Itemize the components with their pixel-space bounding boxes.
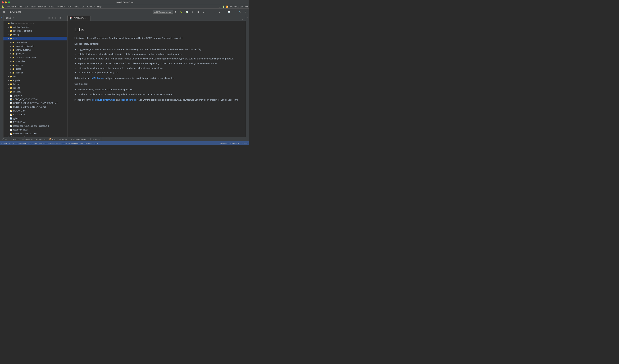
tab-python-packages[interactable]: 📦 Python Packages: [47, 137, 69, 141]
menu-file[interactable]: File: [17, 5, 23, 8]
tree-item-data[interactable]: ▼ 📁 data: [3, 37, 67, 40]
stop-button[interactable]: ⏹: [196, 10, 200, 13]
tree-item-usage[interactable]: ▶ 📁 usage: [3, 67, 67, 71]
tree-item-customized-imports[interactable]: ▶ 📁 customized_imports: [3, 44, 67, 48]
menu-view[interactable]: View: [29, 5, 37, 8]
close-button[interactable]: [2, 1, 4, 3]
settings-button[interactable]: ⚙: [243, 10, 248, 13]
menu-pycharm[interactable]: PyCharm: [6, 5, 17, 8]
tree-item-unittests[interactable]: ▶ 📁 unittests: [3, 90, 67, 94]
menu-help[interactable]: Help: [96, 5, 103, 8]
tree-item-helpers[interactable]: ▶ 📁 helpers: [3, 82, 67, 86]
expand-arrow-construction[interactable]: ▶: [10, 41, 12, 43]
menu-git[interactable]: Git: [80, 5, 86, 8]
git-push[interactable]: ↑: [222, 10, 226, 13]
tree-item-docs[interactable]: ▶ 📁 docs: [3, 75, 67, 79]
tree-item-libs[interactable]: ▼ 📁 libs ~/PycharmProjects/libs: [3, 21, 67, 25]
expand-arrow-config[interactable]: ▶: [7, 34, 10, 36]
menu-code[interactable]: Code: [48, 5, 56, 8]
tree-item-weather[interactable]: ▶ 📁 weather: [3, 71, 67, 75]
git-history[interactable]: 🕐: [226, 10, 232, 13]
tree-item-windows-install[interactable]: 📝 WINDOWS_INSTALL.md: [3, 132, 67, 135]
tab-todo[interactable]: ✓ TODO: [9, 137, 20, 141]
bookmarks-icon[interactable]: B: [0, 22, 3, 25]
panel-sort-button[interactable]: ≡: [51, 16, 54, 20]
tree-item-config[interactable]: ▶ 📁 config: [3, 33, 67, 37]
expand-arrow-libs[interactable]: ▼: [5, 22, 7, 25]
tree-item-greenery[interactable]: ▶ 📁 greenery: [3, 52, 67, 56]
git-checkmark1[interactable]: ✓: [208, 10, 212, 13]
project-icon[interactable]: P: [0, 16, 3, 19]
tab-terminal[interactable]: ▶ Terminal: [34, 137, 47, 141]
menu-refactor[interactable]: Refactor: [56, 5, 66, 8]
expand-arrow-unittests[interactable]: ▶: [7, 91, 10, 93]
expand-arrow-customized[interactable]: ▶: [10, 45, 12, 47]
menu-window[interactable]: Window: [86, 5, 96, 8]
tree-item-contributing-externals[interactable]: 📝 CONTRIBUTING_EXTERNALS.md: [3, 105, 67, 109]
run-button[interactable]: ▶: [174, 10, 178, 13]
expand-arrow-imports[interactable]: ▶: [7, 87, 10, 89]
expand-arrow-usage[interactable]: ▶: [10, 68, 12, 70]
panel-gear-button[interactable]: ⚙: [58, 16, 62, 20]
tab-git[interactable]: ⎇ Git: [0, 137, 9, 141]
lgpl-license-link[interactable]: LGPL license: [91, 77, 104, 80]
status-git-branch[interactable]: master: [242, 142, 248, 144]
debug-button[interactable]: 🐛: [179, 10, 184, 13]
tree-item-schedules[interactable]: ▶ 📁 schedules: [3, 59, 67, 63]
tree-item-license[interactable]: 📝 LICENSE.md: [3, 109, 67, 113]
tree-item-construction[interactable]: ▶ 📁 construction: [3, 40, 67, 44]
status-python-interpreter[interactable]: Python 3.8 (libs) (2): [220, 142, 237, 144]
tree-item-catalog-factories[interactable]: ▶ 📁 catalog_factories: [3, 25, 67, 29]
tree-item-energy-systems[interactable]: ▶ 📁 energy_systems: [3, 48, 67, 52]
expand-arrow-exports[interactable]: ▶: [7, 79, 10, 81]
tree-item-code-of-conduct[interactable]: 📝 CODE_OF_CONDUCT.md: [3, 97, 67, 101]
expand-arrow-data[interactable]: ▼: [7, 37, 10, 40]
expand-arrow-city[interactable]: ▶: [7, 30, 10, 32]
tab-services[interactable]: ⚙ Services: [88, 137, 101, 141]
commit-icon[interactable]: C: [0, 19, 3, 22]
minimize-button[interactable]: [5, 1, 7, 3]
tree-item-city-model[interactable]: ▶ 📁 city_model_structure: [3, 29, 67, 33]
tree-item-recognized-functions[interactable]: 📝 recognized_functions_and_usages.md: [3, 124, 67, 128]
git-rollback[interactable]: ↩: [232, 10, 237, 13]
panel-hide-button[interactable]: —: [62, 16, 66, 20]
tree-item-external-libraries[interactable]: ▶ 🏛 External Libraries: [3, 135, 67, 137]
expand-arrow-sensors[interactable]: ▶: [10, 64, 12, 66]
panel-collapse-button[interactable]: ⇱: [55, 16, 58, 20]
tab-python-console[interactable]: ▶ Python Console: [69, 137, 88, 141]
tree-item-pyguide[interactable]: 📝 PYGUIDE.md: [3, 113, 67, 117]
tab-readme[interactable]: 📝 README.md ✕: [68, 16, 90, 21]
tab-problems[interactable]: ⚠ Problems: [20, 137, 34, 141]
expand-arrow-greenery[interactable]: ▶: [10, 53, 12, 55]
tree-item-lifecycle[interactable]: ▶ 📁 life_cycle_assessment: [3, 56, 67, 59]
contributing-link[interactable]: contributing information: [92, 98, 115, 101]
tab-action-dots[interactable]: ⋯: [242, 18, 244, 21]
tab-close-button[interactable]: ✕: [87, 17, 89, 19]
add-configuration-button[interactable]: Add Configuration...: [153, 10, 173, 14]
git-checkmark2[interactable]: ✓: [213, 10, 217, 13]
expand-arrow-catalog[interactable]: ▶: [7, 26, 10, 28]
git-update[interactable]: ↓: [218, 10, 222, 13]
menu-navigate[interactable]: Navigate: [37, 5, 48, 8]
profile-button[interactable]: ⏱: [190, 10, 195, 13]
expand-arrow-helpers[interactable]: ▶: [7, 83, 10, 85]
panel-dropdown-icon[interactable]: ▾: [13, 17, 14, 19]
tree-item-sensors[interactable]: ▶ 📁 sensors: [3, 63, 67, 67]
menu-tools[interactable]: Tools: [73, 5, 80, 8]
expand-arrow-schedules[interactable]: ▶: [10, 60, 12, 63]
expand-arrow-docs[interactable]: ▶: [7, 75, 10, 78]
notifications-icon[interactable]: N: [246, 16, 249, 19]
expand-arrow-energy[interactable]: ▶: [10, 49, 12, 51]
maximize-button[interactable]: [8, 1, 10, 3]
tree-item-gitignore[interactable]: 📄 .gitignore: [3, 94, 67, 97]
tree-item-readme[interactable]: 📝 README.md: [3, 120, 67, 124]
expand-arrow-weather[interactable]: ▶: [10, 72, 12, 74]
code-of-conduct-link[interactable]: code of conduct: [121, 98, 137, 101]
tree-item-pylintrc[interactable]: 📄 pylintrc: [3, 117, 67, 120]
panel-settings-button[interactable]: ⚙: [47, 16, 51, 20]
tree-item-requirements[interactable]: 📄 requirements.txt: [3, 128, 67, 132]
structure-icon[interactable]: S: [0, 25, 3, 28]
tree-item-contributing-central[interactable]: 📝 CONTRIBUTING_CENTRAL_DATA_MODEL.md: [3, 101, 67, 105]
tree-item-imports[interactable]: ▶ 📁 imports: [3, 86, 67, 90]
coverage-button[interactable]: 📊: [184, 10, 190, 13]
